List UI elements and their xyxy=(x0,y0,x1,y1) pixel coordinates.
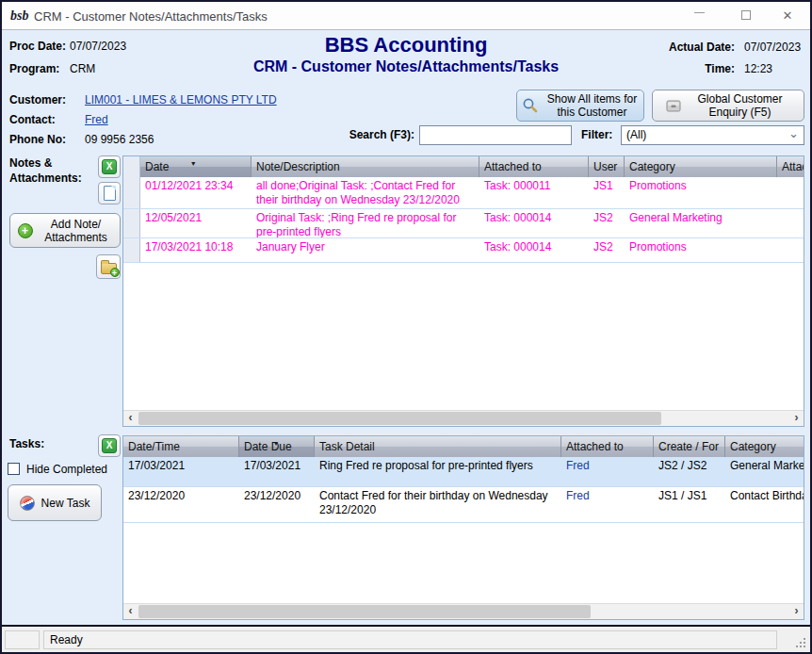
tasks-section-label: Tasks: xyxy=(9,437,44,450)
notes-table: Date ▼ Note/Description Attached to User… xyxy=(122,155,804,427)
resize-grip[interactable] xyxy=(796,638,805,647)
maximize-icon xyxy=(741,10,751,20)
notes-column-user[interactable]: User xyxy=(589,156,625,177)
global-enquiry-button[interactable]: Global Customer Enquiry (F5) xyxy=(652,90,804,122)
task-detail: Ring Fred re proposal for pre-printed fl… xyxy=(315,457,561,486)
excel-icon: X xyxy=(102,438,117,453)
folder-add-icon: + xyxy=(101,263,117,274)
magnifier-icon xyxy=(522,97,539,114)
global-enquiry-label: Global Customer Enquiry (F5) xyxy=(689,92,792,119)
plus-badge-icon: + xyxy=(110,268,120,277)
filter-value: (All) xyxy=(626,128,646,141)
note-category: Promotions xyxy=(625,238,777,262)
view-note-document-button[interactable] xyxy=(98,182,121,204)
status-bar: Ready xyxy=(2,625,810,652)
note-user: JS2 xyxy=(589,209,625,237)
note-user: JS2 xyxy=(589,238,625,262)
task-row[interactable]: 17/03/2021 17/03/2021 Ring Fred re propo… xyxy=(123,457,804,487)
new-task-button[interactable]: New Task xyxy=(8,484,102,521)
plus-circle-icon: + xyxy=(18,223,33,238)
notes-column-attached-to[interactable]: Attached to xyxy=(479,156,589,177)
note-row[interactable]: 12/05/2021 Original Task: ;Ring Fred re … xyxy=(123,209,804,238)
notes-marker-column-header xyxy=(123,156,140,177)
tasks-column-date-time[interactable]: Date/Time xyxy=(123,436,239,457)
contact-label: Contact: xyxy=(9,113,56,126)
note-date: 01/12/2021 23:34 xyxy=(140,177,252,208)
scroll-right-icon[interactable]: › xyxy=(789,411,804,426)
notes-column-category[interactable]: Category xyxy=(625,156,777,177)
customer-link[interactable]: LIM001 - LIMES & LEMONS PTY LTD xyxy=(85,93,277,106)
status-panel-main: Ready xyxy=(43,630,777,649)
sort-desc-icon: ▼ xyxy=(190,156,197,174)
task-date-time: 23/12/2020 xyxy=(123,487,239,522)
task-attached-to: Fred xyxy=(561,487,654,522)
tasks-table: Date/Time Date Due ▼ Task Detail Attache… xyxy=(122,435,804,620)
filter-label: Filter: xyxy=(581,128,612,141)
note-category: General Marketing xyxy=(625,209,777,237)
app-logo-icon: bsb xyxy=(10,7,29,25)
open-attachment-folder-button[interactable]: + xyxy=(96,254,121,279)
tasks-column-category[interactable]: Category xyxy=(725,436,804,457)
customer-label: Customer: xyxy=(9,93,66,106)
export-tasks-excel-button[interactable]: X xyxy=(98,434,121,457)
tasks-column-date-due[interactable]: Date Due ▼ xyxy=(239,436,315,457)
task-row[interactable]: 23/12/2020 23/12/2020 Contact Fred for t… xyxy=(123,487,804,523)
hide-completed-label: Hide Completed xyxy=(26,463,107,476)
note-attached-to: Task: 000011 xyxy=(479,177,589,208)
tasks-column-create-for[interactable]: Create / For xyxy=(654,436,725,457)
show-all-items-label: Show All items for this Customer xyxy=(545,92,640,119)
note-row[interactable]: 17/03/2021 10:18 January Flyer Task: 000… xyxy=(123,238,804,263)
scroll-right-icon[interactable]: › xyxy=(789,604,804,619)
tasks-column-task-detail[interactable]: Task Detail xyxy=(315,436,561,457)
task-detail: Contact Fred for their birthday on Wedne… xyxy=(315,487,561,522)
sort-desc-icon: ▼ xyxy=(273,436,280,454)
scroll-left-icon[interactable]: ‹ xyxy=(123,604,138,619)
minimize-icon xyxy=(694,12,705,13)
add-note-attachments-button[interactable]: + Add Note/ Attachments xyxy=(9,213,121,248)
note-attached-to: Task: 000014 xyxy=(479,209,589,237)
task-create-for: JS1 / JS1 xyxy=(654,487,725,522)
phone-value: 09 9956 2356 xyxy=(85,133,154,146)
tasks-column-attached-to[interactable]: Attached to xyxy=(561,436,654,457)
export-notes-excel-button[interactable]: X xyxy=(98,155,121,178)
notes-column-attachment[interactable]: Attachment xyxy=(777,156,804,177)
filter-select[interactable]: (All) ⌄ xyxy=(621,125,804,145)
new-task-label: New Task xyxy=(41,497,90,510)
note-date: 17/03/2021 10:18 xyxy=(140,238,252,262)
note-date: 12/05/2021 xyxy=(140,209,252,237)
note-category: Promotions xyxy=(625,177,777,208)
add-note-attachments-label: Add Note/ Attachments xyxy=(40,218,113,244)
task-category: Contact Birthday xyxy=(725,487,804,522)
time-label: Time: xyxy=(661,62,735,75)
tasks-scrollbar-thumb[interactable] xyxy=(138,605,591,618)
window-title: CRM - Customer Notes/Attachments/Tasks xyxy=(34,9,268,24)
note-row[interactable]: 01/12/2021 23:34 all done;Original Task:… xyxy=(123,177,804,209)
notes-column-description[interactable]: Note/Description xyxy=(252,156,479,177)
scroll-left-icon[interactable]: ‹ xyxy=(123,411,138,426)
note-description: Original Task: ;Ring Fred re proposal fo… xyxy=(252,209,479,237)
contact-link[interactable]: Fred xyxy=(85,113,108,126)
phone-label: Phone No: xyxy=(9,133,66,146)
search-input[interactable] xyxy=(419,125,572,145)
note-description: all done;Original Task: ;Contact Fred fo… xyxy=(252,177,479,208)
note-attached-to: Task: 000014 xyxy=(479,238,589,262)
show-all-items-button[interactable]: Show All items for this Customer xyxy=(516,90,644,122)
notes-table-header: Date ▼ Note/Description Attached to User… xyxy=(123,156,804,177)
minimize-button[interactable] xyxy=(684,5,714,27)
task-sphere-icon xyxy=(20,496,35,511)
actual-date-value: 07/07/2023 xyxy=(744,41,801,54)
notes-scrollbar-thumb[interactable] xyxy=(138,412,661,425)
hide-completed-checkbox[interactable] xyxy=(8,463,20,475)
maximize-button[interactable] xyxy=(731,5,761,27)
tasks-horizontal-scrollbar[interactable]: ‹ › xyxy=(123,603,804,619)
app-window: bsb CRM - Customer Notes/Attachments/Tas… xyxy=(0,0,812,654)
task-create-for: JS2 / JS2 xyxy=(654,457,725,486)
close-button[interactable]: ✕ xyxy=(772,5,803,27)
excel-icon: X xyxy=(102,159,117,174)
note-user: JS1 xyxy=(589,177,625,208)
notes-horizontal-scrollbar[interactable]: ‹ › xyxy=(123,410,804,426)
notes-section-label: Notes & Attachments: xyxy=(9,155,96,186)
document-icon xyxy=(104,186,116,201)
chevron-down-icon: ⌄ xyxy=(788,124,799,142)
notes-column-date[interactable]: Date ▼ xyxy=(140,156,252,177)
